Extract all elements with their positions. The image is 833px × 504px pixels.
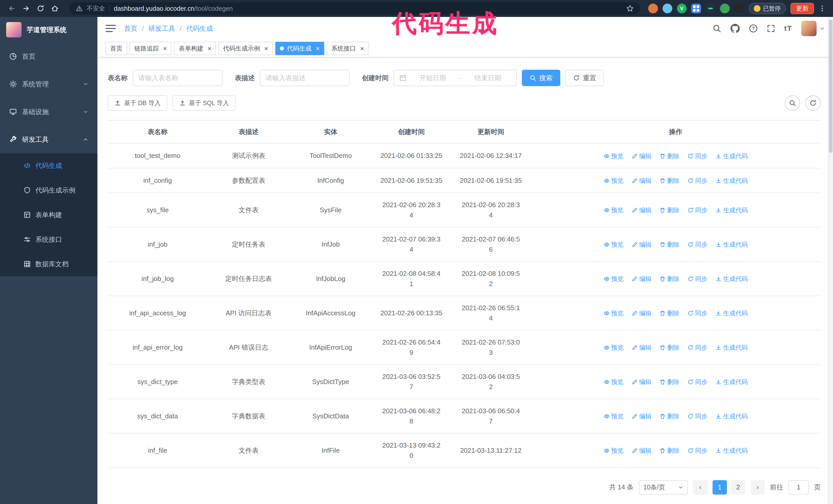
goto-page-input[interactable] (788, 480, 809, 495)
tab-close-icon[interactable]: × (360, 45, 364, 52)
edit-link[interactable]: 编辑 (632, 446, 651, 456)
sidebar-item-codegen-example[interactable]: 代码生成示例 (0, 178, 97, 202)
prev-page-button[interactable]: ‹ (693, 480, 708, 495)
fullscreen-icon[interactable] (767, 24, 775, 32)
sync-link[interactable]: 同步 (687, 446, 708, 456)
browser-reload-button[interactable] (34, 2, 47, 15)
table-name-input[interactable] (133, 70, 222, 86)
breadcrumb-home[interactable]: 首页 (124, 24, 137, 33)
sidebar-item-devtools[interactable]: 研发工具 (0, 126, 97, 153)
generate-code-link[interactable]: 生成代码 (715, 342, 748, 353)
edit-link[interactable]: 编辑 (632, 205, 651, 215)
sync-link[interactable]: 同步 (687, 175, 708, 186)
sync-link[interactable]: 同步 (687, 411, 708, 422)
sync-link[interactable]: 同步 (687, 205, 708, 215)
tab-close-icon[interactable]: × (207, 45, 211, 52)
edit-link[interactable]: 编辑 (632, 342, 651, 353)
browser-update-button[interactable]: 更新 (790, 3, 814, 14)
date-range-picker[interactable]: 开始日期 - 结束日期 (394, 70, 517, 86)
preview-link[interactable]: 预览 (603, 274, 624, 284)
edit-link[interactable]: 编辑 (632, 411, 651, 422)
sync-link[interactable]: 同步 (687, 151, 708, 161)
tab[interactable]: 链路追踪 × (130, 42, 171, 55)
page-size-select[interactable]: 10条/页 (639, 480, 688, 495)
scrollbar-thumb[interactable] (829, 20, 832, 153)
sidebar-item-infra[interactable]: 基础设施 (0, 98, 97, 126)
edit-link[interactable]: 编辑 (632, 377, 651, 387)
delete-link[interactable]: 删除 (660, 411, 680, 422)
next-page-button[interactable]: › (751, 480, 765, 495)
delete-link[interactable]: 删除 (660, 274, 680, 284)
browser-forward-button[interactable] (20, 2, 33, 15)
breadcrumb-devtools[interactable]: 研发工具 (148, 24, 175, 33)
search-icon[interactable] (713, 24, 721, 33)
extension-icon[interactable] (706, 4, 715, 13)
generate-code-link[interactable]: 生成代码 (715, 239, 748, 250)
sync-link[interactable]: 同步 (687, 308, 708, 318)
preview-link[interactable]: 预览 (603, 446, 624, 456)
sidebar-item-home[interactable]: 首页 (0, 43, 97, 70)
preview-link[interactable]: 预览 (603, 175, 624, 186)
delete-link[interactable]: 删除 (660, 308, 680, 318)
browser-menu-icon[interactable] (819, 5, 826, 12)
preview-link[interactable]: 预览 (603, 411, 624, 422)
sync-link[interactable]: 同步 (687, 239, 708, 250)
refresh-table-button[interactable] (805, 95, 821, 111)
generate-code-link[interactable]: 生成代码 (715, 446, 748, 456)
breadcrumb-codegen[interactable]: 代码生成 (186, 24, 213, 33)
sync-link[interactable]: 同步 (687, 342, 708, 353)
page-button[interactable]: 2 (731, 480, 745, 495)
tab-close-icon[interactable]: × (316, 45, 319, 52)
extension-icon[interactable] (734, 4, 744, 13)
generate-code-link[interactable]: 生成代码 (715, 175, 748, 186)
tab[interactable]: 代码生成 × (275, 42, 324, 55)
preview-link[interactable]: 预览 (603, 308, 624, 318)
generate-code-link[interactable]: 生成代码 (715, 411, 748, 422)
tab-close-icon[interactable]: × (264, 45, 268, 52)
delete-link[interactable]: 删除 (660, 175, 680, 186)
delete-link[interactable]: 删除 (660, 239, 680, 250)
page-button[interactable]: 1 (713, 480, 727, 495)
preview-link[interactable]: 预览 (603, 239, 624, 250)
tab-close-icon[interactable]: × (163, 45, 167, 52)
edit-link[interactable]: 编辑 (632, 175, 651, 186)
delete-link[interactable]: 删除 (660, 446, 680, 456)
edit-link[interactable]: 编辑 (632, 151, 651, 161)
delete-link[interactable]: 删除 (660, 342, 680, 353)
extension-icon[interactable] (663, 4, 672, 13)
bookmark-star-icon[interactable] (626, 5, 634, 12)
profile-paused-badge[interactable]: 已暂停 (749, 3, 786, 14)
sync-link[interactable]: 同步 (687, 274, 708, 284)
sidebar-item-db-doc[interactable]: 数据库文档 (0, 252, 97, 277)
preview-link[interactable]: 预览 (603, 151, 624, 161)
collapse-sidebar-icon[interactable] (105, 25, 116, 32)
generate-code-link[interactable]: 生成代码 (715, 151, 748, 161)
delete-link[interactable]: 删除 (660, 377, 680, 387)
import-db-button[interactable]: 基于 DB 导入 (108, 95, 167, 111)
delete-link[interactable]: 删除 (660, 205, 680, 215)
search-button[interactable]: 搜索 (522, 70, 560, 86)
user-menu[interactable] (801, 21, 825, 36)
sidebar-item-system[interactable]: 系统管理 (0, 70, 97, 98)
extension-icon[interactable] (691, 4, 701, 13)
preview-link[interactable]: 预览 (603, 205, 624, 215)
preview-link[interactable]: 预览 (603, 342, 624, 353)
tab[interactable]: 首页 (105, 42, 127, 55)
reset-button[interactable]: 重置 (565, 70, 604, 86)
address-bar[interactable]: 不安全 dashboard.yudao.iocoder.cn/tool/code… (70, 2, 640, 15)
tab[interactable]: 代码生成示例 × (218, 42, 272, 55)
generate-code-link[interactable]: 生成代码 (715, 205, 748, 215)
generate-code-link[interactable]: 生成代码 (715, 308, 748, 318)
generate-code-link[interactable]: 生成代码 (715, 274, 748, 284)
tab[interactable]: 系统接口 × (327, 42, 368, 55)
browser-home-button[interactable] (48, 2, 62, 15)
github-icon[interactable] (731, 24, 740, 33)
sidebar-item-codegen[interactable]: 代码生成 (0, 153, 97, 178)
extension-icon[interactable] (648, 4, 658, 13)
delete-link[interactable]: 删除 (660, 151, 680, 161)
tab[interactable]: 表单构建 × (174, 42, 216, 55)
sync-link[interactable]: 同步 (687, 377, 708, 387)
edit-link[interactable]: 编辑 (632, 239, 651, 250)
sidebar-item-system-api[interactable]: 系统接口 (0, 227, 97, 252)
font-size-icon[interactable]: tT (784, 23, 792, 33)
